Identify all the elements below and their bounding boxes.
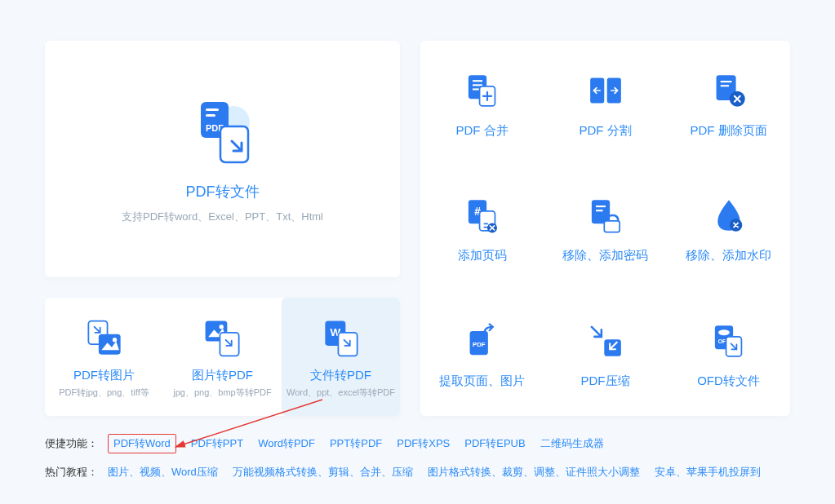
tool-extract[interactable]: PDF 提取页面、图片 bbox=[420, 291, 544, 416]
feature-title-2: 文件转PDF bbox=[310, 368, 371, 383]
svg-rect-33 bbox=[604, 221, 620, 232]
hero-subtitle: 支持PDF转word、Excel、PPT、Txt、Html bbox=[122, 210, 323, 224]
left-feature-row: PDF转图片 PDF转jpg、png、tiff等 图片转PDF jpg、png、… bbox=[45, 298, 400, 416]
svg-point-8 bbox=[112, 338, 116, 342]
quick-link-5[interactable]: PDF转EPUB bbox=[464, 436, 525, 451]
tool-pdf-split[interactable]: PDF 分割 bbox=[544, 41, 667, 166]
svg-rect-3 bbox=[206, 114, 215, 117]
feature-sub-0: PDF转jpg、png、tiff等 bbox=[59, 387, 149, 399]
quick-link-6[interactable]: 二维码生成器 bbox=[540, 436, 604, 451]
grid-title-1: PDF 分割 bbox=[579, 123, 631, 139]
watermark-icon bbox=[706, 192, 752, 238]
grid-title-0: PDF 合并 bbox=[455, 123, 508, 139]
feature-title-1: 图片转PDF bbox=[192, 368, 253, 383]
svg-rect-23 bbox=[720, 81, 731, 82]
quick-link-3[interactable]: PPT转PDF bbox=[330, 436, 382, 451]
svg-text:PDF: PDF bbox=[473, 341, 486, 348]
file-to-pdf-icon: W bbox=[318, 316, 364, 361]
compress-icon bbox=[583, 318, 628, 364]
tool-add-page-number[interactable]: # 添加页码 bbox=[420, 166, 544, 290]
svg-rect-32 bbox=[596, 210, 603, 212]
feature-sub-2: Word、ppt、excel等转PDF bbox=[286, 387, 395, 399]
split-icon bbox=[583, 68, 628, 113]
quick-link-1[interactable]: PDF转PPT bbox=[191, 436, 243, 451]
grid-title-5: 移除、添加水印 bbox=[686, 248, 771, 263]
hero-card[interactable]: PDF PDF转文件 支持PDF转word、Excel、PPT、Txt、Html bbox=[45, 41, 400, 277]
svg-rect-37 bbox=[604, 339, 621, 356]
tools-grid: PDF 合并 PDF 分割 bbox=[420, 41, 790, 416]
feature-title-0: PDF转图片 bbox=[73, 368, 135, 383]
pdf-to-file-icon: PDF bbox=[186, 94, 260, 167]
quick-link-0[interactable]: PDF转Word bbox=[108, 434, 176, 453]
svg-rect-24 bbox=[720, 85, 728, 86]
svg-point-39 bbox=[718, 329, 730, 335]
svg-rect-17 bbox=[473, 84, 482, 86]
tool-pdf-delete-page[interactable]: PDF 删除页面 bbox=[667, 41, 790, 166]
page-number-icon: # bbox=[460, 192, 505, 238]
pdf-to-image-icon bbox=[82, 316, 127, 361]
tool-password[interactable]: 移除、添加密码 bbox=[544, 166, 667, 290]
grid-title-4: 移除、添加密码 bbox=[562, 248, 648, 263]
tutorial-link-1[interactable]: 万能视频格式转换、剪辑、合并、压缩 bbox=[233, 465, 413, 480]
tutorial-link-2[interactable]: 图片格式转换、裁剪、调整、证件照大小调整 bbox=[428, 465, 640, 480]
password-icon bbox=[583, 192, 628, 238]
tutorial-link-0[interactable]: 图片、视频、Word压缩 bbox=[108, 465, 218, 480]
feature-pdf-to-image[interactable]: PDF转图片 PDF转jpg、png、tiff等 bbox=[45, 298, 163, 416]
tool-pdf-merge[interactable]: PDF 合并 bbox=[420, 41, 544, 166]
feature-sub-1: jpg、png、bmp等转PDF bbox=[173, 387, 271, 399]
extract-icon: PDF bbox=[460, 318, 505, 364]
svg-rect-31 bbox=[596, 206, 606, 207]
svg-rect-18 bbox=[473, 89, 480, 91]
quick-links-label: 便捷功能： bbox=[45, 436, 98, 451]
hot-tutorials-label: 热门教程： bbox=[45, 465, 98, 480]
grid-title-3: 添加页码 bbox=[458, 248, 507, 263]
feature-image-to-pdf[interactable]: 图片转PDF jpg、png、bmp等转PDF bbox=[163, 298, 282, 416]
svg-rect-7 bbox=[98, 334, 120, 354]
tool-ofd[interactable]: OFD OFD转文件 bbox=[667, 291, 790, 416]
svg-rect-2 bbox=[206, 108, 219, 111]
svg-point-10 bbox=[219, 325, 223, 329]
grid-title-6: 提取页面、图片 bbox=[439, 374, 525, 389]
image-to-pdf-icon bbox=[200, 316, 246, 361]
quick-link-4[interactable]: PDF转XPS bbox=[397, 436, 450, 451]
grid-title-7: PDF压缩 bbox=[581, 374, 630, 389]
grid-title-8: OFD转文件 bbox=[697, 374, 760, 389]
quick-link-2[interactable]: Word转PDF bbox=[258, 436, 315, 451]
merge-icon bbox=[460, 68, 505, 113]
quick-links-row: 便捷功能： PDF转Word PDF转PPT Word转PDF PPT转PDF … bbox=[45, 434, 790, 453]
ofd-icon: OFD bbox=[706, 318, 752, 364]
tutorial-link-3[interactable]: 安卓、苹果手机投屏到 bbox=[655, 465, 761, 480]
feature-file-to-pdf[interactable]: W 文件转PDF Word、ppt、excel等转PDF bbox=[282, 298, 400, 416]
grid-title-2: PDF 删除页面 bbox=[690, 123, 766, 139]
hero-title: PDF转文件 bbox=[186, 182, 260, 201]
tool-watermark[interactable]: 移除、添加水印 bbox=[667, 166, 790, 290]
delete-page-icon bbox=[706, 68, 752, 113]
svg-rect-16 bbox=[473, 80, 482, 82]
hot-tutorials-row: 热门教程： 图片、视频、Word压缩 万能视频格式转换、剪辑、合并、压缩 图片格… bbox=[45, 465, 790, 480]
tool-compress[interactable]: PDF压缩 bbox=[544, 291, 667, 416]
